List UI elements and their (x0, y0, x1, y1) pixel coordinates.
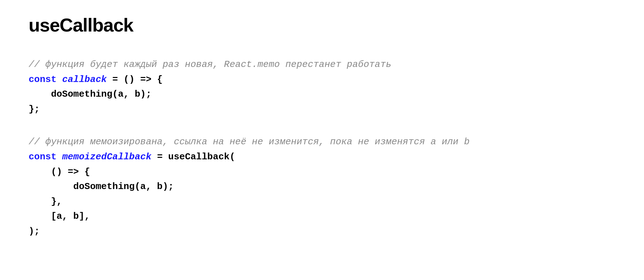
code-line-1-3: }; (29, 102, 615, 117)
comment-line-2: // функция мемоизирована, ссылка на неё … (29, 135, 615, 150)
page-title: useCallback (29, 14, 615, 36)
code-line-1-2: doSomething(a, b); (29, 87, 615, 102)
code-line-2-6: ); (29, 224, 615, 239)
comment-line-1: // функция будет каждый раз новая, React… (29, 57, 615, 72)
code-line-2-5: [a, b], (29, 209, 615, 224)
code-line-2-4: }, (29, 194, 615, 209)
code-line-1-1: const callback = () => { (29, 72, 615, 87)
code-line-2-3: doSomething(a, b); (29, 179, 615, 194)
code-section-1: // функция будет каждый раз новая, React… (29, 57, 615, 117)
code-line-2-2: () => { (29, 165, 615, 180)
code-line-2-1: const memoizedCallback = useCallback( (29, 150, 615, 165)
code-section-2: // функция мемоизирована, ссылка на неё … (29, 135, 615, 239)
